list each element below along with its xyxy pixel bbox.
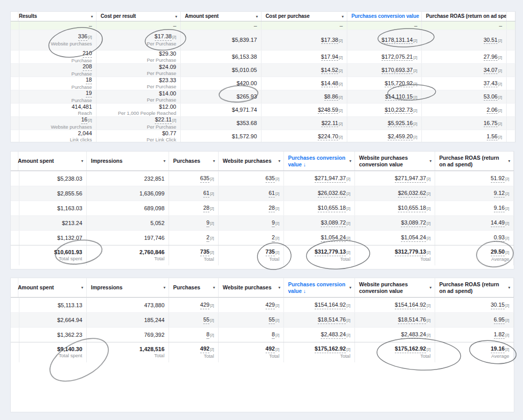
metric-value[interactable]: 8 [206, 331, 209, 338]
metric-value[interactable]: $1,054.24 [401, 234, 426, 241]
metric-value[interactable]: 635 [266, 175, 275, 182]
sort-dropdown-icon[interactable]: ▾ [213, 159, 215, 163]
metric-value[interactable]: 53.06 [484, 93, 498, 101]
metric-value[interactable]: $10,655.18 [398, 204, 426, 212]
column-header-purchase-roas[interactable]: Purchase ROAS (return on ad spend)▾ [435, 278, 514, 297]
metric-value[interactable]: 61 [269, 189, 275, 197]
sort-dropdown-icon[interactable]: ▾ [213, 285, 215, 290]
metric-value[interactable]: 210 [83, 51, 92, 58]
metric-value[interactable]: $3,089.72 [401, 219, 426, 227]
total-value[interactable]: 492 [200, 345, 209, 353]
column-header-purchases-conversion-value[interactable]: Purchases conversion value ↓▾ [284, 152, 355, 170]
metric-value[interactable]: 16 [81, 117, 87, 124]
metric-value[interactable]: $22.11 [155, 117, 172, 124]
sort-dropdown-icon[interactable]: ▾ [342, 14, 344, 19]
sort-dropdown-icon[interactable]: ▾ [430, 159, 432, 163]
metric-value[interactable]: $170,693.37 [382, 66, 413, 74]
metric-value[interactable]: $10,232.73 [385, 106, 413, 114]
total-value[interactable]: 29.50 [491, 248, 505, 256]
metric-value[interactable]: $3,089.72 [321, 219, 346, 227]
metric-value[interactable]: $17.94 [321, 53, 339, 61]
column-header-website-purchases-conversion-value[interactable]: Website purchases conversion value▾ [355, 152, 435, 170]
column-header-cost-per-result[interactable]: Cost per result▾ [97, 12, 181, 21]
column-header-amount-spent[interactable]: Amount spent▾ [14, 152, 87, 170]
sort-dropdown-icon[interactable]: ▾ [430, 285, 432, 290]
metric-value[interactable]: 2 [272, 234, 275, 241]
metric-value[interactable]: 55 [269, 316, 275, 324]
column-header-amount-spent[interactable]: Amount spent▾ [14, 278, 87, 297]
metric-value[interactable]: 8 [272, 331, 275, 338]
total-value[interactable]: 735 [200, 248, 209, 256]
column-header-website-purchases[interactable]: Website purchases▾ [219, 278, 284, 297]
metric-value[interactable]: 9 [272, 219, 275, 227]
metric-value[interactable]: 1.82 [494, 331, 505, 338]
metric-value[interactable]: $178,131.14 [382, 36, 413, 44]
sort-dropdown-icon[interactable]: ▾ [349, 159, 351, 163]
metric-value[interactable]: 28 [203, 204, 209, 212]
metric-value[interactable]: $224.70 [318, 133, 338, 140]
metric-value[interactable]: $2,483.24 [401, 331, 426, 338]
column-header-purchase-roas[interactable]: Purchase ROAS (return on ad spend)▾ [435, 152, 514, 170]
metric-value[interactable]: $15,720.92 [385, 80, 413, 87]
metric-value[interactable]: 1.56 [487, 133, 497, 140]
sort-dropdown-icon[interactable]: ▾ [256, 14, 258, 19]
metric-value[interactable]: $172,075.21 [382, 53, 413, 61]
sort-dropdown-icon[interactable]: ▾ [163, 159, 165, 163]
sort-dropdown-icon[interactable]: ▾ [278, 159, 280, 163]
column-header-purchases-conversion-value[interactable]: Purchases conversion value ↓▾ [284, 278, 355, 297]
metric-value[interactable]: $14.48 [321, 80, 339, 87]
metric-value[interactable]: $271,947.37 [315, 175, 346, 182]
metric-value[interactable]: 9 [206, 219, 209, 227]
metric-value[interactable]: 28 [269, 204, 275, 212]
metric-value[interactable]: $8.86 [324, 93, 339, 101]
metric-value[interactable]: 51.92 [491, 175, 505, 182]
metric-value[interactable]: 9.12 [494, 189, 505, 197]
metric-value[interactable]: 2 [206, 234, 209, 241]
column-header-purchases-conversion-value[interactable]: Purchases conversion value ↓▾ [347, 12, 422, 21]
metric-value[interactable]: 55 [203, 316, 209, 324]
metric-value[interactable]: $14.52 [321, 66, 339, 74]
metric-value[interactable]: 30.15 [491, 301, 505, 309]
metric-value[interactable]: $271,947.37 [395, 175, 426, 182]
sort-dropdown-icon[interactable]: ▾ [349, 285, 351, 290]
sort-dropdown-icon[interactable]: ▾ [508, 159, 510, 163]
total-value[interactable]: $312,779.13 [395, 248, 426, 256]
metric-value[interactable]: 18 [86, 77, 92, 84]
total-value[interactable]: $312,779.13 [315, 248, 346, 256]
metric-value[interactable]: $14,110.15 [385, 93, 413, 101]
metric-value[interactable]: $5,925.16 [388, 119, 413, 127]
metric-value[interactable]: 2.06 [487, 106, 497, 114]
metric-value[interactable]: $18,514.76 [318, 316, 346, 324]
column-header-impressions[interactable]: Impressions▾ [87, 152, 169, 170]
metric-value[interactable]: $154,164.92 [315, 301, 346, 309]
metric-value[interactable]: 6.95 [494, 316, 505, 324]
column-header-purchases[interactable]: Purchases▾ [169, 278, 219, 297]
metric-value[interactable]: 34.07 [484, 66, 498, 74]
total-value[interactable]: 735 [266, 248, 275, 256]
metric-value[interactable]: 208 [83, 64, 92, 71]
column-header-impressions[interactable]: Impressions▾ [87, 278, 169, 297]
metric-value[interactable]: 19 [86, 90, 92, 97]
metric-value[interactable]: $18,514.76 [398, 316, 426, 324]
sort-dropdown-icon[interactable]: ▾ [81, 159, 83, 163]
metric-value[interactable]: 14.49 [491, 219, 505, 227]
column-header-website-purchases-conversion-value[interactable]: Website purchases conversion value▾ [355, 278, 435, 297]
metric-value[interactable]: 27.96 [484, 53, 498, 61]
metric-value[interactable]: 635 [200, 175, 209, 182]
total-value[interactable]: $175,162.92 [395, 345, 426, 353]
metric-value[interactable]: 336 [78, 33, 87, 40]
metric-value[interactable]: 61 [203, 189, 209, 197]
total-value[interactable]: 492 [266, 345, 275, 353]
metric-value[interactable]: $26,032.62 [318, 189, 346, 197]
total-value[interactable]: 19.16 [491, 345, 505, 353]
sort-dropdown-icon[interactable]: ▾ [81, 285, 83, 290]
sort-dropdown-icon[interactable]: ▾ [278, 285, 280, 290]
metric-value[interactable]: $2,483.24 [321, 331, 346, 338]
metric-value[interactable]: 0.93 [494, 234, 505, 241]
metric-value[interactable]: $1,054.24 [321, 234, 346, 241]
column-header-amount-spent[interactable]: Amount spent▾ [181, 12, 262, 21]
metric-value[interactable]: $22.11 [321, 119, 338, 127]
metric-value[interactable]: 429 [200, 301, 209, 309]
sort-dropdown-icon[interactable]: ▾ [163, 285, 165, 290]
metric-value[interactable]: 30.51 [484, 36, 498, 44]
